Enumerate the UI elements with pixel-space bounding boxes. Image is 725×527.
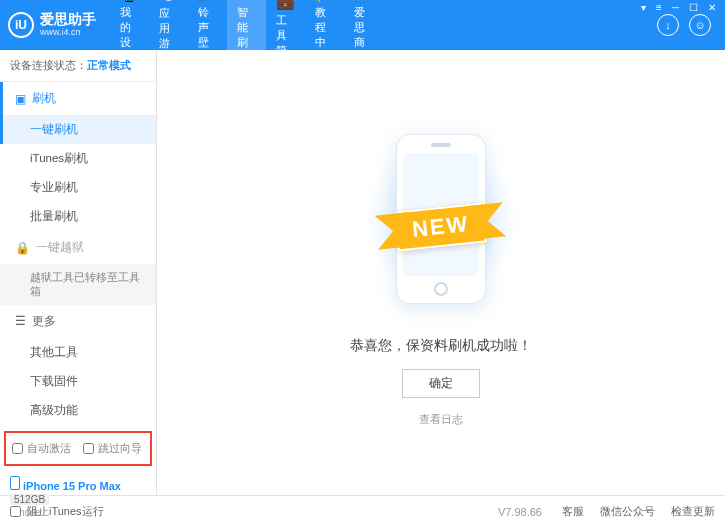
- logo-icon: iU: [8, 12, 34, 38]
- status-mode: 正常模式: [87, 59, 131, 71]
- app-url: www.i4.cn: [40, 28, 96, 38]
- phone-icon: [10, 476, 20, 490]
- maximize-icon[interactable]: ☐: [686, 2, 701, 13]
- connection-status: 设备连接状态：正常模式: [0, 50, 156, 82]
- nav-icon-1: Ⓐ: [161, 0, 176, 4]
- device-storage: 512GB: [10, 494, 49, 505]
- user-button[interactable]: ☺: [689, 14, 711, 36]
- logo: iU 爱思助手 www.i4.cn: [8, 12, 96, 38]
- flash-icon: ▣: [15, 92, 26, 106]
- ok-button[interactable]: 确定: [402, 369, 480, 398]
- sidebar-group-more-title: 更多: [32, 313, 56, 330]
- footer-link-2[interactable]: 检查更新: [671, 504, 715, 519]
- main-content: NEW 恭喜您，保资料刷机成功啦！ 确定 查看日志: [157, 50, 725, 495]
- sidebar-item-flash-0[interactable]: 一键刷机: [0, 115, 156, 144]
- sidebar: 设备连接状态：正常模式 ▣ 刷机 一键刷机iTunes刷机专业刷机批量刷机 🔒 …: [0, 50, 157, 495]
- main-nav: 📱我的设备Ⓐ应用游戏🎵铃声壁纸⟳智能刷机💼工具箱🎓教程中心🛒爱思商城: [110, 0, 384, 50]
- device-name: iPhone 15 Pro Max: [23, 480, 121, 492]
- sidebar-group-jailbreak-title: 一键越狱: [36, 239, 84, 256]
- nav-icon-2: 🎵: [198, 0, 217, 3]
- sidebar-group-flash[interactable]: ▣ 刷机: [0, 82, 156, 115]
- view-log-link[interactable]: 查看日志: [419, 412, 463, 427]
- nav-icon-5: 🎓: [315, 0, 334, 3]
- header: iU 爱思助手 www.i4.cn 📱我的设备Ⓐ应用游戏🎵铃声壁纸⟳智能刷机💼工…: [0, 0, 725, 50]
- success-message: 恭喜您，保资料刷机成功啦！: [350, 337, 532, 355]
- auto-options-box: 自动激活 跳过向导: [4, 431, 152, 466]
- more-icon: ☰: [15, 314, 26, 328]
- footer-link-0[interactable]: 客服: [562, 504, 584, 519]
- nav-item-6[interactable]: 🛒爱思商城: [344, 0, 383, 50]
- version-label: V7.98.66: [498, 506, 542, 518]
- sidebar-jailbreak-note: 越狱工具已转移至工具箱: [0, 264, 156, 305]
- nav-icon-3: ⟳: [240, 0, 253, 3]
- block-itunes-checkbox[interactable]: 阻止iTunes运行: [10, 504, 104, 519]
- sidebar-group-jailbreak[interactable]: 🔒 一键越狱: [0, 231, 156, 264]
- minimize-icon[interactable]: ─: [669, 2, 682, 13]
- close-icon[interactable]: ✕: [705, 2, 719, 13]
- sidebar-item-flash-3[interactable]: 批量刷机: [0, 202, 156, 231]
- sidebar-group-flash-items: 一键刷机iTunes刷机专业刷机批量刷机: [0, 115, 156, 231]
- block-itunes-label: 阻止iTunes运行: [27, 504, 104, 519]
- nav-item-3[interactable]: ⟳智能刷机: [227, 0, 266, 50]
- sidebar-group-more[interactable]: ☰ 更多: [0, 305, 156, 338]
- nav-item-5[interactable]: 🎓教程中心: [305, 0, 344, 50]
- auto-activate-checkbox[interactable]: 自动激活: [12, 441, 71, 456]
- nav-item-0[interactable]: 📱我的设备: [110, 0, 149, 50]
- app-title: 爱思助手: [40, 12, 96, 27]
- status-label: 设备连接状态：: [10, 59, 87, 71]
- nav-icon-6: 🛒: [354, 0, 373, 3]
- sidebar-item-more-0[interactable]: 其他工具: [0, 338, 156, 367]
- download-button[interactable]: ↓: [657, 14, 679, 36]
- nav-item-1[interactable]: Ⓐ应用游戏: [149, 0, 188, 50]
- skip-wizard-label: 跳过向导: [98, 441, 142, 456]
- auto-activate-label: 自动激活: [27, 441, 71, 456]
- skip-wizard-checkbox[interactable]: 跳过向导: [83, 441, 142, 456]
- sidebar-item-more-2[interactable]: 高级功能: [0, 396, 156, 425]
- options-icon[interactable]: ≡: [653, 2, 665, 13]
- lock-icon: 🔒: [15, 241, 30, 255]
- sidebar-item-flash-2[interactable]: 专业刷机: [0, 173, 156, 202]
- sidebar-group-flash-title: 刷机: [32, 90, 56, 107]
- nav-icon-0: 📱: [120, 0, 139, 3]
- sidebar-group-more-items: 其他工具下载固件高级功能: [0, 338, 156, 425]
- nav-icon-4: 💼: [276, 0, 295, 11]
- nav-item-2[interactable]: 🎵铃声壁纸: [188, 0, 227, 50]
- nav-item-4[interactable]: 💼工具箱: [266, 0, 305, 50]
- footer-links: 客服微信公众号检查更新: [562, 504, 715, 519]
- sidebar-item-flash-1[interactable]: iTunes刷机: [0, 144, 156, 173]
- success-illustration: NEW: [361, 119, 521, 319]
- menu-icon[interactable]: ▾: [638, 2, 649, 13]
- footer-link-1[interactable]: 微信公众号: [600, 504, 655, 519]
- sidebar-item-more-1[interactable]: 下载固件: [0, 367, 156, 396]
